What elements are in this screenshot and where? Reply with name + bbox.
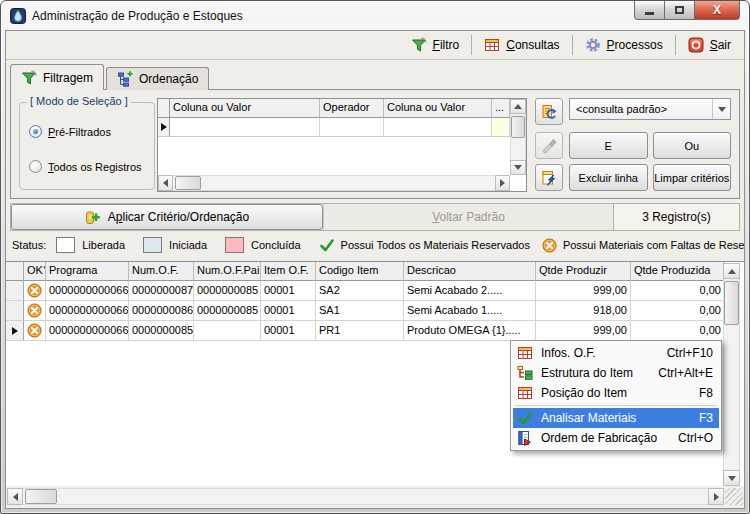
- grid-cell[interactable]: 918,00: [536, 301, 631, 321]
- apply-criteria-button[interactable]: Aplicar Critério/Ordenação: [11, 204, 323, 230]
- scroll-right-button[interactable]: [495, 175, 510, 191]
- table-row[interactable]: 00000000000660000000086000000008500001SA…: [6, 301, 744, 321]
- toolbar-button-consultas[interactable]: Consultas: [474, 35, 569, 55]
- menu-item-ordem-de-fabricacao[interactable]: Ordem de FabricaçãoCtrl+O: [513, 428, 719, 448]
- grid-cell[interactable]: 0,00: [631, 281, 725, 301]
- titlebar[interactable]: Administração de Produção e Estoques X: [1, 1, 749, 30]
- grid-cell[interactable]: 00001: [261, 281, 316, 301]
- menu-item-estrutura-do-item[interactable]: Estrutura do ItemCtrl+Alt+E: [513, 363, 719, 383]
- minimize-button[interactable]: [634, 1, 664, 20]
- grid-cell[interactable]: PR1: [316, 321, 404, 341]
- orders-grid-hscrollbar[interactable]: [7, 488, 724, 505]
- grid-cell[interactable]: Semi Acabado 2.....: [404, 281, 536, 301]
- grid-cell[interactable]: 0000000085: [194, 281, 261, 301]
- grid-cell[interactable]: 0,00: [631, 301, 725, 321]
- criteria-grid[interactable]: Coluna ou ValorOperadorColuna ou Valor..…: [157, 98, 527, 192]
- scrollbar-thumb[interactable]: [175, 176, 201, 190]
- grid-cell[interactable]: 0000000000066: [46, 301, 129, 321]
- delete-row-button[interactable]: Excluir linha: [569, 164, 648, 191]
- chevron-down-icon[interactable]: [712, 99, 730, 119]
- scroll-down-button[interactable]: [723, 470, 740, 486]
- record-count: 3 Registro(s): [613, 204, 739, 230]
- menu-item-analisar-materiais[interactable]: Analisar MateriaisF3: [513, 408, 719, 428]
- scrollbar-thumb[interactable]: [25, 489, 57, 504]
- criteria-column-header[interactable]: Coluna ou Valor: [384, 99, 492, 118]
- grid-cell[interactable]: 999,00: [536, 321, 631, 341]
- column-header-item-o-f[interactable]: Item O.F.: [261, 262, 316, 281]
- grid-cell[interactable]: 0000000000066: [46, 281, 129, 301]
- column-header-codigo-item[interactable]: Codigo Item: [316, 262, 404, 281]
- criteria-grid-vscrollbar[interactable]: [510, 99, 526, 175]
- ok-status-cell: [24, 281, 46, 301]
- grid-cell[interactable]: [194, 321, 261, 341]
- grid-cell[interactable]: 999,00: [536, 281, 631, 301]
- toolbar-button-processos[interactable]: Processos: [575, 35, 673, 55]
- minimize-icon: [645, 12, 654, 15]
- criteria-column-header[interactable]: Operador: [320, 99, 384, 118]
- clear-brush-button[interactable]: [535, 132, 563, 159]
- scroll-left-button[interactable]: [7, 488, 23, 505]
- clear-criteria-button[interactable]: Limpar critérios: [653, 164, 732, 191]
- menu-item-posicao-do-item[interactable]: Posição do ItemF8: [513, 383, 719, 403]
- apply-criteria-label: Aplicar Critério/Ordenação: [108, 210, 249, 224]
- maximize-button[interactable]: [664, 1, 694, 20]
- grid-cell[interactable]: 00001: [261, 301, 316, 321]
- saved-query-select[interactable]: <consulta padrão>: [569, 98, 731, 120]
- table-row[interactable]: 00000000000660000000087000000008500001SA…: [6, 281, 744, 301]
- scrollbar-thumb[interactable]: [724, 281, 739, 325]
- tab-ordenacao[interactable]: Ordenação: [106, 67, 209, 90]
- criteria-cell[interactable]: [170, 118, 320, 137]
- criteria-cell[interactable]: [320, 118, 384, 137]
- restore-default-button[interactable]: Voltar Padrão: [323, 204, 613, 230]
- table-row[interactable]: 0000000000066000000008500001PR1Produto O…: [6, 321, 744, 341]
- toolbar-separator: [471, 35, 472, 55]
- grid-cell[interactable]: SA2: [316, 281, 404, 301]
- menu-item-infos-o-f[interactable]: Infos. O.F.Ctrl+F10: [513, 343, 719, 363]
- radio-todos-os-registros[interactable]: Todos os Registros: [29, 160, 142, 173]
- column-header-programa[interactable]: Programa: [46, 262, 129, 281]
- grid-cell[interactable]: 0000000087: [129, 281, 194, 301]
- column-header-descricao[interactable]: Descricao: [404, 262, 536, 281]
- column-header-num-o-f-pai[interactable]: Num.O.F.Pai: [194, 262, 261, 281]
- toolbar-separator: [572, 35, 573, 55]
- toolbar-button-filtro[interactable]: Filtro: [401, 35, 470, 55]
- scroll-up-button[interactable]: [510, 99, 526, 114]
- grid-cell[interactable]: 0000000000066: [46, 321, 129, 341]
- column-header-qtde-produzida[interactable]: Qtde Produzida: [631, 262, 725, 281]
- toolbar-button-sair[interactable]: Sair: [678, 35, 741, 55]
- close-button[interactable]: X: [694, 1, 740, 20]
- grid-cell[interactable]: 0000000085: [194, 301, 261, 321]
- scrollbar-thumb[interactable]: [511, 116, 525, 138]
- ok-status-cell: [24, 321, 46, 341]
- edit-criteria-button[interactable]: [535, 164, 563, 191]
- grid-cell[interactable]: Semi Acabado 1.....: [404, 301, 536, 321]
- grid-cell[interactable]: 0000000086: [129, 301, 194, 321]
- grid-cell[interactable]: SA1: [316, 301, 404, 321]
- radio-pre-filtrados[interactable]: Pré-Filtrados: [29, 125, 111, 138]
- scroll-down-button[interactable]: [510, 160, 526, 175]
- and-button[interactable]: E: [569, 132, 648, 159]
- column-header-ok[interactable]: OK?: [24, 262, 46, 281]
- grid-cell[interactable]: 0000000085: [129, 321, 194, 341]
- scroll-up-button[interactable]: [723, 263, 740, 279]
- criteria-cell[interactable]: [384, 118, 492, 137]
- grid-cell[interactable]: 0,00: [631, 321, 725, 341]
- or-button[interactable]: Ou: [653, 132, 732, 159]
- scroll-left-button[interactable]: [158, 175, 173, 191]
- column-header-num-o-f[interactable]: Num.O.F.: [129, 262, 194, 281]
- orders-grid-vscrollbar[interactable]: [723, 263, 740, 486]
- criteria-cell[interactable]: [492, 118, 510, 137]
- copy-criteria-button[interactable]: [535, 98, 563, 125]
- tab-filtragem[interactable]: Filtragem: [10, 64, 104, 90]
- criteria-column-header[interactable]: ...: [492, 99, 510, 118]
- grid-cell[interactable]: 00001: [261, 321, 316, 341]
- gear-icon: [585, 37, 601, 53]
- row-pointer-icon: [12, 327, 18, 335]
- criteria-column-header[interactable]: Coluna ou Valor: [170, 99, 320, 118]
- resize-grip[interactable]: [725, 488, 743, 505]
- column-header-qtde-produzir[interactable]: Qtde Produzir: [536, 262, 631, 281]
- criteria-grid-hscrollbar[interactable]: [158, 175, 510, 191]
- grid-cell[interactable]: Produto OMEGA {1}.....: [404, 321, 536, 341]
- scroll-right-button[interactable]: [708, 488, 724, 505]
- or-button-label: Ou: [684, 140, 699, 152]
